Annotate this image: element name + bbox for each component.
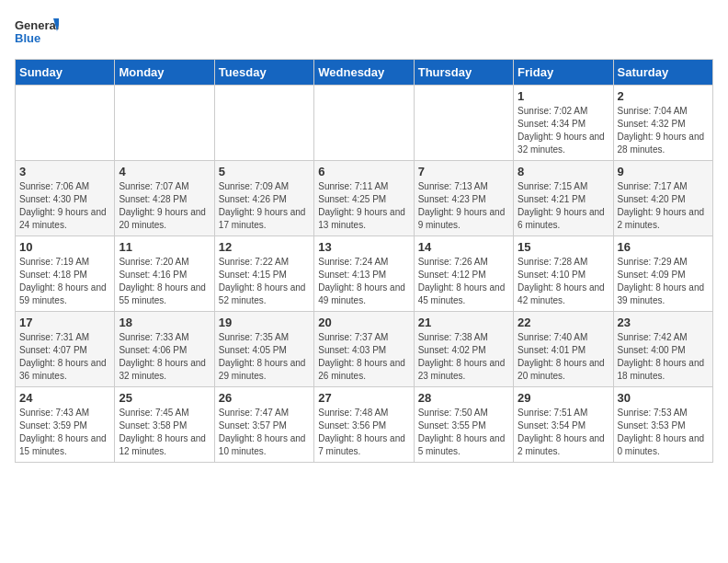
calendar-cell	[115, 86, 214, 161]
day-info: Sunrise: 7:24 AM Sunset: 4:13 PM Dayligh…	[318, 256, 409, 307]
day-info: Sunrise: 7:40 AM Sunset: 4:01 PM Dayligh…	[518, 331, 609, 383]
calendar-cell: 23Sunrise: 7:42 AM Sunset: 4:00 PM Dayli…	[613, 312, 712, 387]
day-number: 15	[518, 240, 609, 254]
day-info: Sunrise: 7:35 AM Sunset: 4:05 PM Dayligh…	[219, 331, 310, 383]
calendar-cell: 26Sunrise: 7:47 AM Sunset: 3:57 PM Dayli…	[214, 387, 313, 463]
day-number: 4	[119, 165, 210, 178]
day-info: Sunrise: 7:51 AM Sunset: 3:54 PM Dayligh…	[518, 407, 609, 458]
calendar-cell	[16, 86, 115, 161]
calendar-cell	[314, 86, 414, 161]
day-info: Sunrise: 7:02 AM Sunset: 4:34 PM Dayligh…	[518, 105, 609, 156]
day-info: Sunrise: 7:42 AM Sunset: 4:00 PM Dayligh…	[618, 331, 709, 383]
day-number: 13	[318, 240, 409, 254]
logo-svg: General Blue	[15, 15, 59, 52]
day-number: 5	[219, 165, 310, 178]
day-info: Sunrise: 7:26 AM Sunset: 4:12 PM Dayligh…	[418, 256, 509, 307]
day-number: 25	[119, 391, 210, 405]
calendar-cell: 27Sunrise: 7:48 AM Sunset: 3:56 PM Dayli…	[314, 387, 414, 463]
day-info: Sunrise: 7:43 AM Sunset: 3:59 PM Dayligh…	[19, 407, 110, 458]
day-of-week-header: Wednesday	[314, 60, 414, 86]
calendar-cell	[414, 86, 513, 161]
day-number: 2	[618, 89, 709, 103]
day-info: Sunrise: 7:19 AM Sunset: 4:18 PM Dayligh…	[19, 256, 110, 307]
calendar-cell: 10Sunrise: 7:19 AM Sunset: 4:18 PM Dayli…	[16, 236, 115, 312]
day-number: 20	[318, 316, 409, 329]
day-info: Sunrise: 7:07 AM Sunset: 4:28 PM Dayligh…	[119, 180, 210, 232]
calendar-week-row: 3Sunrise: 7:06 AM Sunset: 4:30 PM Daylig…	[16, 161, 713, 236]
calendar-table: SundayMondayTuesdayWednesdayThursdayFrid…	[15, 59, 713, 463]
calendar-cell: 5Sunrise: 7:09 AM Sunset: 4:26 PM Daylig…	[214, 161, 313, 236]
day-info: Sunrise: 7:38 AM Sunset: 4:02 PM Dayligh…	[418, 331, 509, 383]
day-info: Sunrise: 7:11 AM Sunset: 4:25 PM Dayligh…	[318, 180, 409, 232]
calendar-cell: 16Sunrise: 7:29 AM Sunset: 4:09 PM Dayli…	[613, 236, 712, 312]
calendar-cell: 11Sunrise: 7:20 AM Sunset: 4:16 PM Dayli…	[115, 236, 214, 312]
day-of-week-header: Saturday	[613, 60, 712, 86]
day-number: 23	[618, 316, 709, 329]
day-number: 17	[19, 316, 110, 329]
day-number: 18	[119, 316, 210, 329]
svg-text:General: General	[15, 18, 59, 32]
calendar-cell: 2Sunrise: 7:04 AM Sunset: 4:32 PM Daylig…	[613, 86, 712, 161]
day-number: 6	[318, 165, 409, 178]
day-number: 16	[618, 240, 709, 254]
day-info: Sunrise: 7:09 AM Sunset: 4:26 PM Dayligh…	[219, 180, 310, 232]
day-info: Sunrise: 7:47 AM Sunset: 3:57 PM Dayligh…	[219, 407, 310, 458]
svg-text:Blue: Blue	[15, 31, 40, 45]
day-number: 19	[219, 316, 310, 329]
calendar-cell: 25Sunrise: 7:45 AM Sunset: 3:58 PM Dayli…	[115, 387, 214, 463]
day-number: 8	[518, 165, 609, 178]
calendar-week-row: 10Sunrise: 7:19 AM Sunset: 4:18 PM Dayli…	[16, 236, 713, 312]
day-info: Sunrise: 7:45 AM Sunset: 3:58 PM Dayligh…	[119, 407, 210, 458]
day-info: Sunrise: 7:15 AM Sunset: 4:21 PM Dayligh…	[518, 180, 609, 232]
calendar-cell: 29Sunrise: 7:51 AM Sunset: 3:54 PM Dayli…	[514, 387, 613, 463]
day-info: Sunrise: 7:06 AM Sunset: 4:30 PM Dayligh…	[19, 180, 110, 232]
calendar-cell	[214, 86, 313, 161]
day-info: Sunrise: 7:29 AM Sunset: 4:09 PM Dayligh…	[618, 256, 709, 307]
day-of-week-header: Friday	[514, 60, 613, 86]
day-number: 30	[618, 391, 709, 405]
day-info: Sunrise: 7:17 AM Sunset: 4:20 PM Dayligh…	[618, 180, 709, 232]
calendar-cell: 19Sunrise: 7:35 AM Sunset: 4:05 PM Dayli…	[214, 312, 313, 387]
day-info: Sunrise: 7:48 AM Sunset: 3:56 PM Dayligh…	[318, 407, 409, 458]
day-info: Sunrise: 7:13 AM Sunset: 4:23 PM Dayligh…	[418, 180, 509, 232]
day-number: 27	[318, 391, 409, 405]
day-number: 1	[518, 89, 609, 103]
calendar-cell: 14Sunrise: 7:26 AM Sunset: 4:12 PM Dayli…	[414, 236, 513, 312]
calendar-cell: 30Sunrise: 7:53 AM Sunset: 3:53 PM Dayli…	[613, 387, 712, 463]
day-number: 22	[518, 316, 609, 329]
day-info: Sunrise: 7:53 AM Sunset: 3:53 PM Dayligh…	[618, 407, 709, 458]
calendar-cell: 22Sunrise: 7:40 AM Sunset: 4:01 PM Dayli…	[514, 312, 613, 387]
day-of-week-header: Thursday	[414, 60, 513, 86]
day-info: Sunrise: 7:31 AM Sunset: 4:07 PM Dayligh…	[19, 331, 110, 383]
day-info: Sunrise: 7:04 AM Sunset: 4:32 PM Dayligh…	[618, 105, 709, 156]
day-number: 11	[119, 240, 210, 254]
calendar-cell: 12Sunrise: 7:22 AM Sunset: 4:15 PM Dayli…	[214, 236, 313, 312]
calendar-week-row: 24Sunrise: 7:43 AM Sunset: 3:59 PM Dayli…	[16, 387, 713, 463]
calendar-week-row: 1Sunrise: 7:02 AM Sunset: 4:34 PM Daylig…	[16, 86, 713, 161]
calendar-cell: 8Sunrise: 7:15 AM Sunset: 4:21 PM Daylig…	[514, 161, 613, 236]
day-number: 29	[518, 391, 609, 405]
header-row: SundayMondayTuesdayWednesdayThursdayFrid…	[16, 60, 713, 86]
header: General Blue	[15, 15, 713, 52]
calendar-cell: 3Sunrise: 7:06 AM Sunset: 4:30 PM Daylig…	[16, 161, 115, 236]
calendar-cell: 7Sunrise: 7:13 AM Sunset: 4:23 PM Daylig…	[414, 161, 513, 236]
calendar-cell: 20Sunrise: 7:37 AM Sunset: 4:03 PM Dayli…	[314, 312, 414, 387]
day-number: 24	[19, 391, 110, 405]
calendar-week-row: 17Sunrise: 7:31 AM Sunset: 4:07 PM Dayli…	[16, 312, 713, 387]
day-number: 14	[418, 240, 509, 254]
day-number: 7	[418, 165, 509, 178]
calendar-cell: 13Sunrise: 7:24 AM Sunset: 4:13 PM Dayli…	[314, 236, 414, 312]
day-of-week-header: Monday	[115, 60, 214, 86]
calendar-cell: 28Sunrise: 7:50 AM Sunset: 3:55 PM Dayli…	[414, 387, 513, 463]
calendar-cell: 18Sunrise: 7:33 AM Sunset: 4:06 PM Dayli…	[115, 312, 214, 387]
day-of-week-header: Sunday	[16, 60, 115, 86]
day-info: Sunrise: 7:28 AM Sunset: 4:10 PM Dayligh…	[518, 256, 609, 307]
calendar-cell: 21Sunrise: 7:38 AM Sunset: 4:02 PM Dayli…	[414, 312, 513, 387]
day-info: Sunrise: 7:22 AM Sunset: 4:15 PM Dayligh…	[219, 256, 310, 307]
calendar-cell: 9Sunrise: 7:17 AM Sunset: 4:20 PM Daylig…	[613, 161, 712, 236]
day-info: Sunrise: 7:20 AM Sunset: 4:16 PM Dayligh…	[119, 256, 210, 307]
day-number: 26	[219, 391, 310, 405]
calendar-cell: 17Sunrise: 7:31 AM Sunset: 4:07 PM Dayli…	[16, 312, 115, 387]
calendar-cell: 6Sunrise: 7:11 AM Sunset: 4:25 PM Daylig…	[314, 161, 414, 236]
day-number: 12	[219, 240, 310, 254]
